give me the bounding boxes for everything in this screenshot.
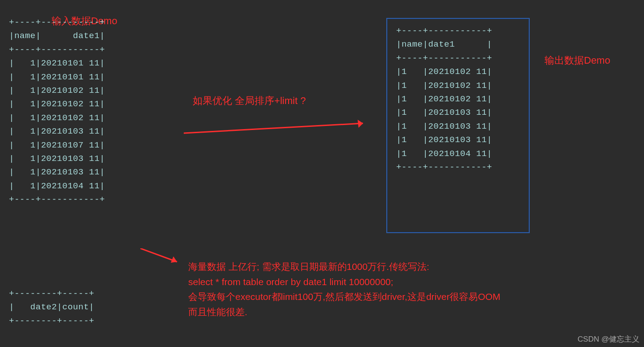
explain-line: 而且性能很差. [188, 304, 501, 320]
input-table: +----+-----------+ |name| date1| +----+-… [9, 16, 105, 206]
aux-table: +--------+-----+ | date2|count| +-------… [9, 287, 94, 328]
question-label: 如果优化 全局排序+limit ? [193, 94, 306, 108]
output-demo-label: 输出数据Demo [545, 54, 610, 67]
svg-marker-1 [358, 120, 363, 128]
arrow-right-icon [184, 119, 372, 137]
output-box: +----+-----------+ |name|date1 | +----+-… [386, 18, 530, 233]
watermark-text: CSDN @健忘主义 [578, 334, 640, 344]
svg-line-0 [184, 123, 363, 133]
explain-line: 海量数据 上亿行; 需求是取日期最新的1000万行.传统写法: [188, 259, 501, 274]
explain-line: select * from table order by date1 limit… [188, 274, 501, 290]
explain-line: 会导致每个executor都limit100万,然后都发送到driver,这是d… [188, 289, 501, 304]
output-table: +----+-----------+ |name|date1 | +----+-… [396, 24, 520, 174]
explanation-text: 海量数据 上亿行; 需求是取日期最新的1000万行.传统写法: select *… [188, 259, 501, 319]
svg-line-2 [140, 248, 177, 262]
arrow-downright-icon [140, 248, 185, 266]
